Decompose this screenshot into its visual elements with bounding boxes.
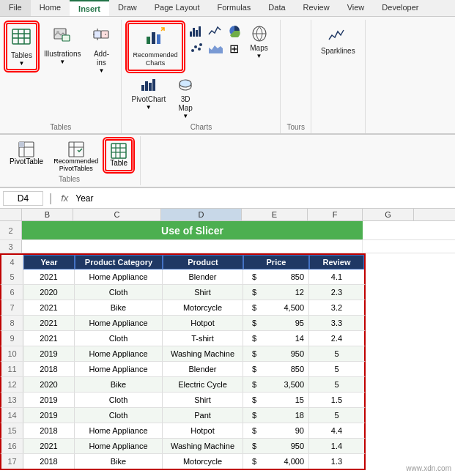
row-header-spacer <box>0 209 22 220</box>
cell-price-val-10: 950 <box>265 346 309 361</box>
table-button[interactable]: Table <box>105 139 133 171</box>
cell-category-15: Home Appliance <box>75 423 163 438</box>
cell-product-7: Motorcycle <box>163 300 243 315</box>
cell-category-8: Home Appliance <box>75 316 163 330</box>
watermark: www.xdn.com <box>406 464 451 470</box>
recommended-pivot-tables-label: RecommendedPivotTables <box>53 157 98 174</box>
cell-year-5: 2021 <box>23 269 75 284</box>
bar-chart-button[interactable] <box>188 23 205 39</box>
svg-point-18 <box>191 49 194 52</box>
area-chart-button[interactable] <box>207 40 224 57</box>
svg-point-21 <box>199 43 202 46</box>
row-num-9: 9 <box>1 331 23 346</box>
sparklines-label: Sparklines <box>321 47 355 56</box>
formula-bar: | fx Year <box>0 188 455 209</box>
cell-price-sym-11: $ <box>243 362 265 376</box>
row-num-12: 12 <box>1 377 23 392</box>
svg-point-6 <box>56 31 59 34</box>
ribbon-tabs: File Home Insert Draw Page Layout Formul… <box>0 0 455 17</box>
tables-button[interactable]: Tables ▼ <box>6 23 37 70</box>
line-chart-button[interactable] <box>207 23 224 39</box>
cell-product-13: Shirt <box>163 393 243 407</box>
cell-review-16: 1.4 <box>309 439 364 453</box>
svg-rect-16 <box>199 26 201 37</box>
pivot-table-button[interactable]: PivotTable <box>6 139 47 168</box>
sparklines-button[interactable]: Sparklines <box>317 23 359 58</box>
row-6: 6 2020 Cloth Shirt $ 12 2.3 <box>0 285 366 300</box>
cell-product-9: T-shirt <box>163 331 243 346</box>
row-3-b <box>22 240 363 255</box>
tab-developer[interactable]: Developer <box>373 0 427 16</box>
tab-formulas[interactable]: Formulas <box>209 0 260 16</box>
header-year: Year <box>23 255 75 269</box>
cell-category-5: Home Appliance <box>75 269 163 284</box>
row-num-16: 16 <box>1 439 23 453</box>
cell-price-val-13: 15 <box>265 393 309 407</box>
tab-data[interactable]: Data <box>259 0 294 16</box>
cell-category-9: Cloth <box>75 331 163 346</box>
illustrations-button[interactable]: Illustrations ▼ <box>40 23 85 67</box>
svg-rect-24 <box>145 81 148 91</box>
3d-map-label: 3DMap <box>178 95 192 113</box>
maps-button[interactable]: Maps ▼ <box>246 23 273 62</box>
formula-input[interactable]: Year <box>74 192 452 205</box>
tab-file[interactable]: File <box>0 0 31 16</box>
tab-review[interactable]: Review <box>295 0 339 16</box>
pivot-chart-label: PivotChart <box>131 95 166 104</box>
cell-price-val-7: 4,500 <box>265 300 309 315</box>
fx-icon: fx <box>58 193 71 204</box>
cell-review-6: 2.3 <box>309 285 364 300</box>
cell-year-16: 2021 <box>23 439 75 453</box>
3d-map-button[interactable]: 3DMap ▼ <box>172 74 199 122</box>
cell-year-8: 2021 <box>23 316 75 330</box>
cell-review-7: 3.2 <box>309 300 364 315</box>
recommended-charts-button[interactable]: RecommendedCharts <box>127 23 182 71</box>
row-num-13: 13 <box>1 393 23 407</box>
title-merged-cell: Use of Slicer <box>22 221 363 239</box>
scatter-chart-button[interactable] <box>188 40 205 57</box>
cell-category-6: Cloth <box>75 285 163 300</box>
ribbon-group-sparklines: Sparklines <box>311 20 366 133</box>
recommended-pivot-tables-button[interactable]: RecommendedPivotTables <box>50 139 102 176</box>
cell-review-8: 3.3 <box>309 316 364 330</box>
more-charts-button[interactable]: ⊞ <box>226 40 243 57</box>
cell-review-17: 1.3 <box>309 454 364 469</box>
cell-product-15: Hotpot <box>163 423 243 438</box>
cell-product-6: Shirt <box>163 285 243 300</box>
cell-product-10: Washing Machine <box>163 346 243 361</box>
tab-home[interactable]: Home <box>31 0 70 16</box>
cell-reference[interactable] <box>3 191 43 206</box>
cell-price-sym-8: $ <box>243 316 265 330</box>
row-num-15: 15 <box>1 423 23 438</box>
addins-button[interactable]: Add-ins ▼ <box>87 23 115 76</box>
row-num-4: 4 <box>1 255 23 269</box>
tab-draw[interactable]: Draw <box>109 0 146 16</box>
cell-product-12: Electric Cycle <box>163 377 243 392</box>
formula-separator: | <box>46 192 55 205</box>
tab-page-layout[interactable]: Page Layout <box>146 0 209 16</box>
cell-price-val-6: 12 <box>265 285 309 300</box>
pivot-chart-button[interactable]: PivotChart ▼ <box>127 74 169 113</box>
svg-rect-23 <box>141 85 144 91</box>
cell-price-sym-12: $ <box>243 377 265 392</box>
app-window: File Home Insert Draw Page Layout Formul… <box>0 0 455 470</box>
header-price: Price <box>243 255 309 269</box>
svg-rect-7 <box>62 35 70 41</box>
cell-category-17: Bike <box>75 454 163 469</box>
pie-chart-button[interactable] <box>226 23 243 39</box>
cell-price-val-14: 18 <box>265 408 309 423</box>
sub-ribbon: PivotTable RecommendedPivotTables Table … <box>0 135 455 189</box>
cell-review-13: 1.5 <box>309 393 364 407</box>
cell-review-12: 5 <box>309 377 364 392</box>
addins-label: Add-ins <box>94 50 109 67</box>
cell-price-sym-5: $ <box>243 269 265 284</box>
tab-insert[interactable]: Insert <box>70 0 109 16</box>
tab-view[interactable]: View <box>339 0 374 16</box>
tables-label: Tables <box>11 51 32 60</box>
cell-price-val-5: 850 <box>265 269 309 284</box>
header-category: Product Category <box>75 255 163 269</box>
cell-category-12: Bike <box>75 377 163 392</box>
row-num-6: 6 <box>1 285 23 300</box>
row-5: 5 2021 Home Appliance Blender $ 850 4.1 <box>0 269 366 285</box>
cell-year-6: 2020 <box>23 285 75 300</box>
